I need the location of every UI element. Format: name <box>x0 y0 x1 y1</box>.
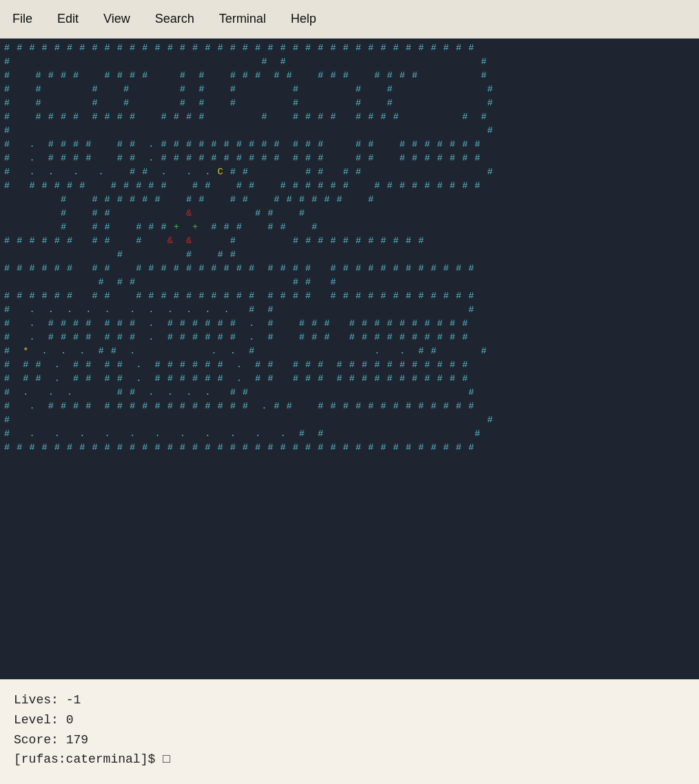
lives-value: -1 <box>66 693 81 707</box>
level-label: Level: <box>14 713 66 727</box>
term-row-22: # . # # # # # # # . # # # # # # . # # # … <box>4 331 695 344</box>
term-row-1: # # # # # # # # # # # # # # # # # # # # … <box>4 41 695 55</box>
term-row-14: # # # # # # + + # # # # # # <box>4 220 695 234</box>
menu-search[interactable]: Search <box>151 9 199 29</box>
menubar: File Edit View Search Terminal Help <box>0 0 699 39</box>
level-value: 0 <box>66 713 74 727</box>
term-row-24: # # # . # # # # . # # # # # # . # # # # … <box>4 358 695 372</box>
term-row-4: # # # # # # # # # # # <box>4 83 695 96</box>
term-row-21: # . # # # # # # # . # # # # # # . # # # … <box>4 317 695 331</box>
statusbar: Lives: -1 Level: 0 Score: 179 [rufas:cat… <box>0 679 699 774</box>
term-row-8: # . # # # # # # . # # # # # # # # # # # … <box>4 138 695 152</box>
term-row-26: # . . . # # . . . . # # # <box>4 386 695 400</box>
term-row-30: # # # # # # # # # # # # # # # # # # # # … <box>4 441 695 455</box>
term-row-25: # # # . # # # # . # # # # # # . # # # # … <box>4 372 695 386</box>
menu-terminal[interactable]: Terminal <box>215 9 270 29</box>
level-line: Level: 0 <box>14 710 685 730</box>
menu-edit[interactable]: Edit <box>53 9 83 29</box>
menu-file[interactable]: File <box>8 9 37 29</box>
prompt-line: [rufas:caterminal]$ □ <box>14 750 685 770</box>
term-row-29: # . . . . . . . . . . . # # # <box>4 427 695 441</box>
term-row-20: # . . . . . . . . . . . # # # <box>4 303 695 317</box>
term-row-28: # # <box>4 413 695 427</box>
term-row-16: # # # # <box>4 248 695 262</box>
term-row-2: # # # # <box>4 55 695 69</box>
term-row-10: # . . . . # # . . . C # # # # # # # <box>4 165 695 179</box>
shell-prompt: [rufas:caterminal]$ <box>14 752 163 766</box>
term-row-5: # # # # # # # # # # # <box>4 96 695 110</box>
score-line: Score: 179 <box>14 730 685 750</box>
term-row-15: # # # # # # # # # & & # # # # # # # # # … <box>4 234 695 248</box>
term-row-12: # # # # # # # # # # # # # # # # # # <box>4 193 695 207</box>
lives-line: Lives: -1 <box>14 690 685 710</box>
term-row-19: # # # # # # # # # # # # # # # # # # # # … <box>4 289 695 303</box>
score-label: Score: <box>14 733 66 747</box>
lives-label: Lives: <box>14 693 66 707</box>
score-value: 179 <box>66 733 88 747</box>
term-row-6: # # # # # # # # # # # # # # # # # # # # … <box>4 110 695 124</box>
term-row-18: # # # # # # <box>4 276 695 289</box>
term-row-17: # # # # # # # # # # # # # # # # # # # # … <box>4 262 695 276</box>
menu-view[interactable]: View <box>99 9 134 29</box>
term-row-23: # * . . . # # . . . # . . # # # <box>4 344 695 358</box>
term-row-13: # # # & # # # <box>4 207 695 220</box>
term-row-3: # # # # # # # # # # # # # # # # # # # # … <box>4 69 695 83</box>
term-row-7: # # <box>4 124 695 138</box>
menu-help[interactable]: Help <box>287 9 321 29</box>
term-row-11: # # # # # # # # # # # # # # # # # # # # … <box>4 179 695 193</box>
term-row-9: # . # # # # # # . # # # # # # # # # # # … <box>4 152 695 165</box>
terminal-display: # # # # # # # # # # # # # # # # # # # # … <box>0 39 699 679</box>
term-row-27: # . # # # # # # # # # # # # # # # # . # … <box>4 400 695 413</box>
